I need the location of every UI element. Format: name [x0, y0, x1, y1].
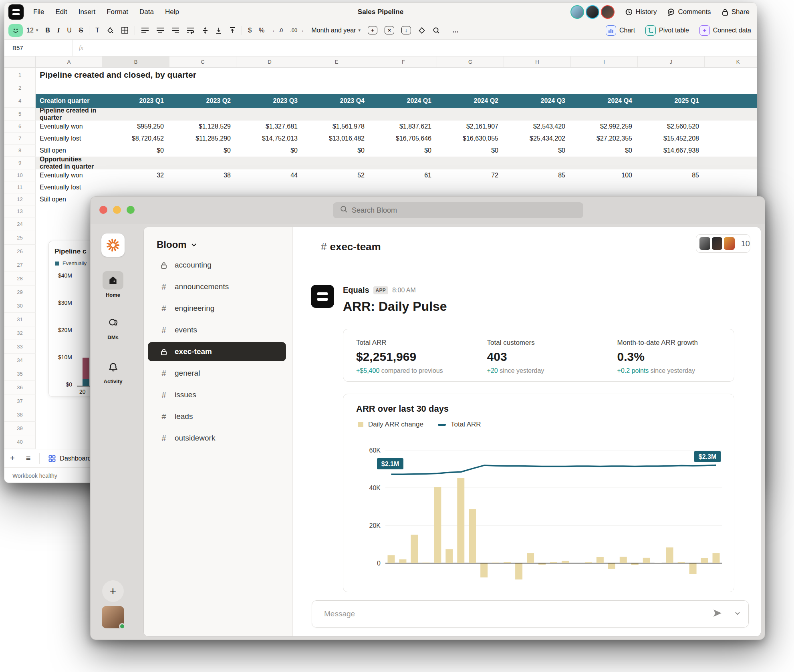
comments-button[interactable]: Comments [667, 8, 711, 16]
borders-button[interactable] [117, 24, 132, 36]
slack-titlebar[interactable]: Search Bloom [91, 197, 765, 224]
channel-item-leads[interactable]: #leads [148, 406, 286, 427]
data-cell[interactable]: $15,452,208 [638, 133, 705, 145]
share-button[interactable]: Share [721, 8, 750, 16]
row-number[interactable]: 30 [4, 299, 36, 313]
row-label-cell[interactable]: Pipeline created in quarter [36, 108, 103, 121]
send-options-chevron-icon[interactable] [734, 610, 741, 618]
equals-app-avatar[interactable] [311, 285, 334, 308]
row-label-cell[interactable]: Eventually won [36, 169, 103, 181]
row-number[interactable]: 4 [4, 94, 36, 108]
tab-dashboard[interactable]: Dashboard [43, 455, 97, 462]
data-cell[interactable]: 85 [638, 169, 705, 181]
data-cell[interactable]: $0 [504, 145, 571, 157]
row-label-cell[interactable]: Opportunities created in quarter [36, 157, 103, 169]
row-label-cell[interactable]: Eventually won [36, 121, 103, 133]
data-cell[interactable]: $2,543,420 [504, 121, 571, 133]
data-cell[interactable]: 85 [504, 169, 571, 181]
data-cell[interactable]: 2024 Q3 [504, 94, 571, 108]
data-cell[interactable]: $1,128,529 [169, 121, 236, 133]
data-cell[interactable]: 2024 Q2 [437, 94, 504, 108]
data-cell[interactable]: $16,630,055 [437, 133, 504, 145]
channel-item-issues[interactable]: #issues [148, 384, 286, 406]
fill-color-button[interactable] [103, 24, 117, 36]
row-number[interactable]: 27 [4, 258, 36, 272]
row-number[interactable]: 7 [4, 133, 36, 145]
data-cell[interactable]: 38 [169, 169, 236, 181]
row-number[interactable]: 28 [4, 272, 36, 286]
row-number[interactable]: 11 [4, 181, 36, 193]
text-wrap-icon[interactable] [183, 24, 198, 36]
workspace-icon[interactable] [101, 233, 125, 257]
row-number[interactable]: 24 [4, 217, 36, 231]
insert-rows-icon[interactable]: + [364, 24, 381, 36]
menu-format[interactable]: Format [107, 8, 128, 16]
row-number[interactable]: 9 [4, 157, 36, 169]
row-label-cell[interactable]: Eventually lost [36, 181, 103, 193]
row-label-cell[interactable]: Eventually lost [36, 133, 103, 145]
vertical-align-top-icon[interactable] [226, 24, 239, 36]
row-number[interactable]: 12 [4, 193, 36, 205]
connect-data-button[interactable]: + Connect data [699, 25, 751, 36]
row-number[interactable]: 39 [4, 422, 36, 435]
data-cell[interactable]: 32 [103, 169, 169, 181]
data-cell[interactable]: $27,202,355 [571, 133, 638, 145]
data-cell[interactable]: 61 [370, 169, 437, 181]
send-icon[interactable] [713, 609, 722, 619]
column-header-F[interactable]: F [370, 56, 437, 67]
collaborator-avatar[interactable] [570, 5, 584, 19]
percent-format-button[interactable]: % [255, 24, 268, 36]
row-number[interactable]: 31 [4, 313, 36, 326]
data-cell[interactable]: 100 [571, 169, 638, 181]
column-header-B[interactable]: B [103, 56, 169, 67]
data-cell[interactable]: $0 [303, 145, 370, 157]
user-avatar[interactable] [102, 606, 124, 628]
data-cell[interactable]: 2024 Q4 [571, 94, 638, 108]
row-number[interactable]: 10 [4, 169, 36, 181]
sheet-list-button[interactable]: ≡ [20, 454, 36, 463]
font-size-select[interactable]: 12▾ [23, 24, 42, 36]
data-cell[interactable]: $0 [236, 145, 303, 157]
message-timestamp[interactable]: 8:00 AM [392, 287, 416, 294]
close-window-button[interactable] [99, 206, 107, 214]
menu-file[interactable]: File [33, 8, 44, 16]
column-header-E[interactable]: E [303, 56, 370, 67]
more-tools-button[interactable]: … [449, 24, 463, 36]
equals-logo[interactable] [8, 4, 24, 20]
channel-item-engineering[interactable]: #engineering [148, 298, 286, 319]
vertical-align-bottom-icon[interactable] [212, 24, 226, 36]
strikethrough-button[interactable]: S [75, 24, 87, 36]
row-label-cell[interactable]: Creation quarter [36, 94, 103, 108]
eraser-icon[interactable] [415, 24, 429, 36]
data-cell[interactable]: 2023 Q2 [169, 94, 236, 108]
column-header-C[interactable]: C [169, 56, 236, 67]
data-cell[interactable]: $1,327,681 [236, 121, 303, 133]
row-number[interactable]: 25 [4, 231, 36, 245]
message-sender[interactable]: Equals [343, 286, 369, 295]
channel-item-accounting[interactable]: accounting [148, 254, 286, 276]
sidebar-item-activity[interactable]: Activity [91, 358, 135, 384]
channel-item-exec-team[interactable]: exec-team [148, 342, 286, 361]
column-header-J[interactable]: J [638, 56, 705, 67]
collaborator-avatar[interactable] [601, 5, 615, 19]
row-number[interactable]: 34 [4, 354, 36, 367]
data-cell[interactable]: $25,434,202 [504, 133, 571, 145]
row-number[interactable]: 1 [4, 68, 36, 82]
channel-item-general[interactable]: #general [148, 362, 286, 384]
chart-button[interactable]: Chart [606, 25, 635, 36]
align-right-icon[interactable] [168, 24, 183, 36]
row-number[interactable]: 13 [4, 205, 36, 217]
data-cell[interactable]: $0 [571, 145, 638, 157]
row-number[interactable]: 29 [4, 286, 36, 299]
row-number[interactable]: 40 [4, 435, 36, 449]
row-number[interactable]: 33 [4, 340, 36, 354]
zoom-window-button[interactable] [127, 206, 135, 214]
data-cell[interactable]: 72 [437, 169, 504, 181]
add-workspace-button[interactable]: + [102, 580, 124, 602]
pivot-table-button[interactable]: Pivot table [645, 25, 689, 36]
row-number[interactable]: 38 [4, 408, 36, 422]
row-number[interactable]: 26 [4, 245, 36, 258]
minimize-window-button[interactable] [113, 206, 121, 214]
channel-item-outsidework[interactable]: #outsidework [148, 427, 286, 449]
data-cell[interactable]: $0 [169, 145, 236, 157]
